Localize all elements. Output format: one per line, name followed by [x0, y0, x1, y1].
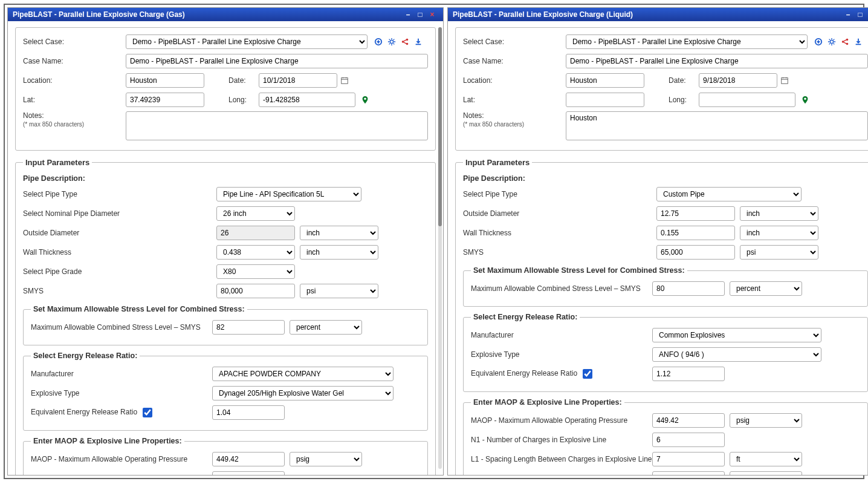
lat-label: Lat:: [23, 96, 126, 104]
w1-input[interactable]: [652, 471, 725, 475]
date-label: Date:: [228, 76, 259, 85]
scrollbar[interactable]: [438, 27, 442, 469]
location-input[interactable]: [126, 73, 204, 88]
select-nominal-dropdown[interactable]: 26 inch: [216, 206, 295, 221]
add-icon[interactable]: [374, 37, 383, 47]
max-stress-input[interactable]: [212, 320, 285, 335]
location-input[interactable]: [566, 73, 644, 88]
long-input[interactable]: [259, 93, 355, 107]
maop-unit[interactable]: psig: [290, 452, 362, 466]
smys-input[interactable]: [656, 245, 735, 260]
calendar-icon[interactable]: [780, 76, 789, 85]
stress-legend: Set Maximum Allowable Stress Level for C…: [31, 305, 247, 313]
location-label: Location:: [463, 76, 566, 85]
lat-input[interactable]: [566, 93, 644, 107]
energy-legend: Select Energy Release Ratio:: [471, 313, 580, 321]
explosive-type-dropdown[interactable]: Dynagel 205/High Explosive Water Gel: [212, 386, 394, 400]
add-icon[interactable]: [814, 37, 823, 47]
lat-input[interactable]: [126, 93, 204, 107]
case-name-input[interactable]: [126, 54, 428, 68]
case-name-input[interactable]: [566, 54, 868, 68]
wall-thickness-unit[interactable]: inch: [300, 245, 378, 260]
smys-unit[interactable]: psi: [300, 284, 378, 298]
minimize-button[interactable]: –: [402, 10, 414, 19]
long-input[interactable]: [699, 93, 795, 107]
smys-unit[interactable]: psi: [740, 245, 818, 260]
close-button[interactable]: ×: [426, 10, 438, 19]
manufacturer-dropdown[interactable]: APACHE POWDER COMPANY: [212, 367, 394, 381]
explosive-type-label: Explosive Type: [31, 389, 212, 397]
notes-textarea[interactable]: Houston: [566, 111, 868, 140]
gear-icon[interactable]: [827, 37, 837, 47]
select-pipe-type-dropdown[interactable]: Custom Pipe: [656, 187, 802, 201]
energy-fieldset: Select Energy Release Ratio: Manufacture…: [463, 313, 868, 392]
gear-icon[interactable]: [387, 37, 397, 47]
notes-textarea[interactable]: [126, 111, 428, 140]
download-icon[interactable]: [413, 37, 423, 47]
date-input[interactable]: [699, 73, 777, 88]
calendar-icon[interactable]: [340, 76, 349, 85]
wall-thickness-label: Wall Thickness: [23, 248, 216, 257]
minimize-button[interactable]: –: [842, 10, 854, 19]
max-stress-unit[interactable]: percent: [290, 320, 362, 335]
outside-diameter-input: [216, 226, 295, 240]
l1-unit[interactable]: ft: [730, 452, 802, 466]
maop-unit[interactable]: psig: [730, 413, 802, 428]
select-case-dropdown[interactable]: Demo - PipeBLAST - Parallel Line Explosi…: [566, 34, 808, 49]
n1-label: N1 - Number of Charges in Explosive Line: [31, 474, 212, 475]
map-pin-icon[interactable]: [800, 95, 810, 105]
eerr-input[interactable]: [652, 367, 725, 381]
outside-diameter-label: Outside Diameter: [463, 209, 656, 218]
maximize-button[interactable]: □: [414, 10, 426, 19]
w1-unit[interactable]: lb: [730, 471, 802, 475]
titlebar-liquid: PipeBLAST - Parallel Line Explosive Char…: [448, 8, 868, 21]
select-case-dropdown[interactable]: Demo - PipeBLAST - Parallel Line Explosi…: [126, 34, 368, 49]
n1-input[interactable]: [212, 471, 285, 475]
maop-input[interactable]: [212, 452, 285, 466]
l1-label: L1 - Spacing Length Between Charges in E…: [471, 455, 652, 463]
maop-fieldset: Enter MAOP & Explosive Line Properties: …: [463, 398, 868, 475]
date-input[interactable]: [259, 73, 337, 88]
max-stress-input[interactable]: [652, 281, 725, 296]
maop-legend: Enter MAOP & Explosive Line Properties:: [31, 437, 184, 445]
lat-label: Lat:: [463, 96, 566, 104]
wall-thickness-dropdown[interactable]: 0.438: [216, 245, 295, 260]
panel-gas: PipeBLAST - Parallel Line Explosive Char…: [7, 7, 444, 476]
panel-body: Select Case: Demo - PipeBLAST - Parallel…: [8, 21, 443, 475]
stress-legend: Set Maximum Allowable Stress Level for C…: [471, 266, 687, 275]
maop-input[interactable]: [652, 413, 725, 428]
select-pipe-type-label: Select Pipe Type: [463, 190, 656, 198]
max-stress-unit[interactable]: percent: [730, 281, 802, 296]
select-pipe-type-dropdown[interactable]: Pipe Line - API Specification 5L: [216, 187, 361, 201]
wall-thickness-unit[interactable]: inch: [740, 226, 818, 240]
select-pipe-grade-dropdown[interactable]: X80: [216, 264, 295, 279]
notes-label: Notes: (* max 850 characters): [463, 111, 566, 128]
svg-point-11: [846, 43, 849, 45]
eerr-input[interactable]: [212, 405, 285, 420]
manufacturer-label: Manufacturer: [31, 370, 212, 378]
svg-rect-5: [342, 78, 348, 84]
titlebar-gas: PipeBLAST - Parallel Line Explosive Char…: [8, 8, 443, 21]
outside-diameter-unit[interactable]: inch: [740, 206, 818, 221]
map-pin-icon[interactable]: [360, 95, 370, 105]
case-fieldset: Select Case: Demo - PipeBLAST - Parallel…: [455, 27, 868, 151]
outside-diameter-unit[interactable]: inch: [300, 226, 378, 240]
maximize-button[interactable]: □: [854, 10, 866, 19]
outside-diameter-input[interactable]: [656, 206, 735, 221]
download-icon[interactable]: [853, 37, 863, 47]
date-label: Date:: [669, 76, 699, 85]
share-icon[interactable]: [400, 37, 410, 47]
wall-thickness-input[interactable]: [656, 226, 735, 240]
explosive-type-dropdown[interactable]: ANFO ( 94/6 ): [652, 347, 821, 362]
case-name-label: Case Name:: [23, 57, 126, 65]
l1-input[interactable]: [652, 452, 725, 466]
share-icon[interactable]: [840, 37, 850, 47]
panel-liquid: PipeBLAST - Parallel Line Explosive Char…: [447, 7, 868, 476]
manufacturer-label: Manufacturer: [471, 331, 652, 339]
svg-point-3: [406, 39, 409, 41]
n1-input[interactable]: [652, 433, 725, 447]
manufacturer-dropdown[interactable]: Common Explosives: [652, 328, 821, 342]
eerr-checkbox[interactable]: [143, 408, 152, 417]
eerr-checkbox[interactable]: [583, 369, 592, 379]
smys-input[interactable]: [216, 284, 295, 298]
